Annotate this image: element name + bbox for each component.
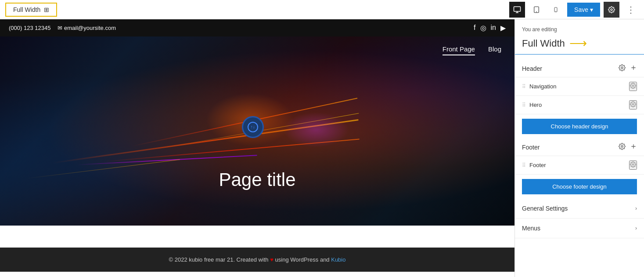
footer-settings-button[interactable] (629, 160, 637, 170)
svg-point-8 (632, 103, 634, 105)
youtube-icon[interactable]: ▶ (500, 24, 506, 32)
navigation-settings-button[interactable] (629, 82, 637, 91)
navigation-row-left: ⠿ Navigation (522, 83, 556, 90)
svg-point-10 (632, 164, 634, 165)
right-panel: You are editing Full Width ⟶ Header ⠿ Na (514, 19, 644, 277)
menus-chevron: › (635, 225, 637, 231)
more-options-button[interactable]: ⋮ (623, 2, 639, 18)
linkedin-icon[interactable]: in (491, 24, 496, 32)
phone-number: (000) 123 12345 (9, 25, 50, 31)
more-icon: ⋮ (626, 4, 635, 15)
general-settings-chevron: › (635, 205, 637, 211)
general-settings-row[interactable]: General Settings › (515, 199, 644, 219)
menus-row[interactable]: Menus › (515, 219, 644, 238)
header-add-button[interactable] (630, 64, 637, 73)
navigation-row: ⠿ Navigation (515, 77, 644, 96)
header-section-title: Header (522, 65, 542, 72)
svg-point-6 (621, 67, 623, 69)
site-header-bar: (000) 123 12345 ✉ email@yoursite.com f ◎… (0, 19, 514, 36)
footer-row: ⠿ Footer (515, 156, 644, 175)
save-button[interactable]: Save ▾ (567, 3, 600, 17)
hero-row: ⠿ Hero (515, 96, 644, 114)
layout-icon: ⊞ (44, 6, 49, 13)
facebook-icon[interactable]: f (474, 24, 475, 32)
instagram-icon[interactable]: ◎ (480, 24, 486, 32)
hero-section: ↑↓ Front Page Blog Page title (0, 36, 514, 226)
glow-effect-2 (283, 112, 349, 147)
toolbar-right: Save ▾ ⋮ (509, 2, 639, 18)
footer-section-header: Footer (515, 138, 644, 156)
panel-divider (515, 54, 644, 55)
header-section-header: Header (515, 60, 644, 77)
svg-point-7 (632, 85, 634, 87)
footer-row-left: ⠿ Footer (522, 162, 546, 168)
save-label: Save (574, 6, 588, 13)
editing-title-text: Full Width (522, 38, 565, 49)
full-width-label: Full Width (13, 6, 40, 13)
footer-drag-handle[interactable]: ⠿ (522, 162, 526, 168)
hero-settings-button[interactable] (629, 100, 637, 109)
footer-kubio-link[interactable]: Kubio (331, 256, 345, 263)
choose-header-design-button[interactable]: Choose header design (522, 119, 637, 134)
editing-header: You are editing (515, 19, 644, 34)
svg-rect-0 (514, 7, 521, 11)
hero-row-left: ⠿ Hero (522, 102, 542, 108)
editing-arrow: ⟶ (569, 36, 587, 51)
svg-point-2 (536, 11, 537, 12)
preview-area: (000) 123 12345 ✉ email@yoursite.com f ◎… (0, 19, 514, 277)
content-gap (0, 226, 514, 248)
footer-wp-text: using WordPress and (273, 256, 331, 263)
site-footer: © 2022 kubio free mar 21. Created with ♥… (0, 248, 514, 272)
navigation-drag-handle[interactable]: ⠿ (522, 84, 526, 90)
choose-footer-design-button[interactable]: Choose footer design (522, 179, 637, 194)
full-width-button[interactable]: Full Width ⊞ (5, 3, 57, 17)
footer-section-actions (619, 143, 637, 151)
road-sign: ↑↓ (242, 116, 264, 138)
light-trail-6 (26, 160, 180, 179)
footer-gear-button[interactable] (619, 143, 626, 151)
svg-point-4 (556, 11, 556, 11)
footer-section-title: Footer (522, 144, 540, 151)
email-address: ✉ email@yoursite.com (58, 25, 116, 31)
menus-label: Menus (522, 225, 540, 232)
footer-copyright: © 2022 kubio free mar 21. Created with (169, 256, 270, 263)
desktop-view-button[interactable] (509, 2, 525, 18)
light-trails: ↑↓ (0, 36, 514, 226)
hero-navigation: Front Page Blog (0, 36, 514, 64)
nav-front-page[interactable]: Front Page (443, 45, 475, 55)
toolbar: Full Width ⊞ Save ▾ ⋮ (0, 0, 644, 19)
nav-blog[interactable]: Blog (488, 45, 501, 55)
footer-add-button[interactable] (630, 143, 637, 151)
save-dropdown-icon: ▾ (590, 6, 593, 13)
navigation-label: Navigation (529, 83, 556, 90)
svg-point-9 (621, 146, 623, 147)
hero-label: Hero (529, 102, 542, 108)
toolbar-left: Full Width ⊞ (5, 3, 57, 17)
social-icons: f ◎ in ▶ (474, 24, 506, 32)
general-settings-label: General Settings (522, 205, 568, 212)
global-settings-button[interactable] (604, 2, 619, 18)
hero-title: Page title (219, 169, 295, 190)
site-contact: (000) 123 12345 ✉ email@yoursite.com (9, 25, 116, 31)
email-icon: ✉ (58, 25, 64, 31)
svg-point-5 (611, 9, 612, 11)
mobile-view-button[interactable] (548, 2, 564, 18)
editing-label: You are editing (522, 26, 557, 33)
main-area: (000) 123 12345 ✉ email@yoursite.com f ◎… (0, 19, 644, 277)
header-section-actions (619, 64, 637, 73)
heart-icon: ♥ (270, 256, 273, 263)
hero-drag-handle[interactable]: ⠿ (522, 102, 526, 108)
editing-title-row: Full Width ⟶ (515, 34, 644, 54)
tablet-view-button[interactable] (529, 2, 544, 18)
header-gear-button[interactable] (619, 64, 626, 73)
footer-label: Footer (529, 162, 546, 168)
